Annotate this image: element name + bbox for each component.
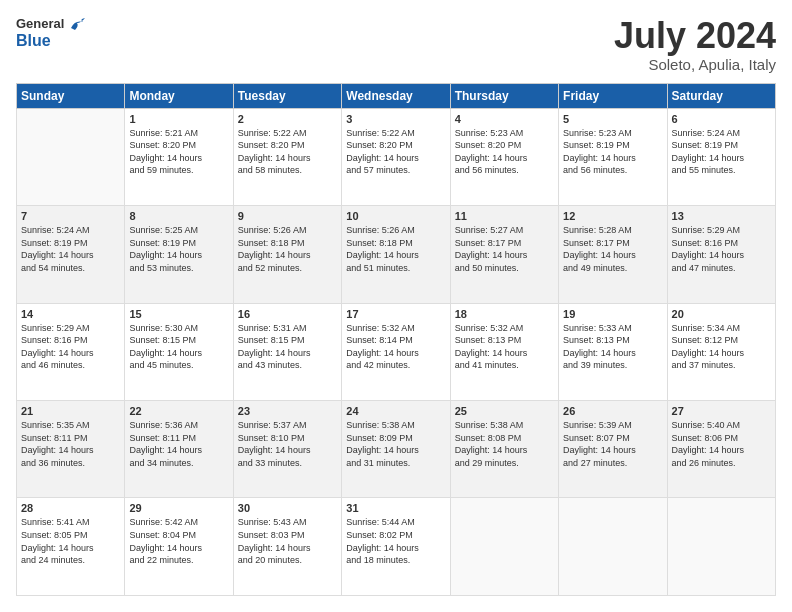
- calendar-cell: 28Sunrise: 5:41 AM Sunset: 8:05 PM Dayli…: [17, 498, 125, 596]
- day-number: 24: [346, 405, 445, 417]
- calendar-cell: 21Sunrise: 5:35 AM Sunset: 8:11 PM Dayli…: [17, 401, 125, 498]
- title-area: July 2024 Soleto, Apulia, Italy: [614, 16, 776, 73]
- calendar-cell: [667, 498, 775, 596]
- day-number: 1: [129, 113, 228, 125]
- day-number: 27: [672, 405, 771, 417]
- day-info: Sunrise: 5:31 AM Sunset: 8:15 PM Dayligh…: [238, 322, 337, 372]
- day-number: 22: [129, 405, 228, 417]
- calendar-cell: 27Sunrise: 5:40 AM Sunset: 8:06 PM Dayli…: [667, 401, 775, 498]
- logo-blue: Blue: [16, 32, 87, 50]
- calendar-cell: 16Sunrise: 5:31 AM Sunset: 8:15 PM Dayli…: [233, 303, 341, 400]
- calendar-cell: 17Sunrise: 5:32 AM Sunset: 8:14 PM Dayli…: [342, 303, 450, 400]
- day-info: Sunrise: 5:34 AM Sunset: 8:12 PM Dayligh…: [672, 322, 771, 372]
- calendar: SundayMondayTuesdayWednesdayThursdayFrid…: [16, 83, 776, 596]
- day-number: 25: [455, 405, 554, 417]
- day-number: 26: [563, 405, 662, 417]
- day-number: 30: [238, 502, 337, 514]
- calendar-cell: 12Sunrise: 5:28 AM Sunset: 8:17 PM Dayli…: [559, 206, 667, 303]
- day-info: Sunrise: 5:27 AM Sunset: 8:17 PM Dayligh…: [455, 224, 554, 274]
- day-info: Sunrise: 5:30 AM Sunset: 8:15 PM Dayligh…: [129, 322, 228, 372]
- calendar-cell: 9Sunrise: 5:26 AM Sunset: 8:18 PM Daylig…: [233, 206, 341, 303]
- day-info: Sunrise: 5:44 AM Sunset: 8:02 PM Dayligh…: [346, 516, 445, 566]
- day-info: Sunrise: 5:24 AM Sunset: 8:19 PM Dayligh…: [672, 127, 771, 177]
- day-info: Sunrise: 5:26 AM Sunset: 8:18 PM Dayligh…: [346, 224, 445, 274]
- day-number: 4: [455, 113, 554, 125]
- weekday-header-thursday: Thursday: [450, 83, 558, 108]
- calendar-cell: 7Sunrise: 5:24 AM Sunset: 8:19 PM Daylig…: [17, 206, 125, 303]
- day-info: Sunrise: 5:32 AM Sunset: 8:14 PM Dayligh…: [346, 322, 445, 372]
- day-info: Sunrise: 5:29 AM Sunset: 8:16 PM Dayligh…: [672, 224, 771, 274]
- month-year: July 2024: [614, 16, 776, 56]
- day-number: 7: [21, 210, 120, 222]
- day-info: Sunrise: 5:24 AM Sunset: 8:19 PM Dayligh…: [21, 224, 120, 274]
- calendar-cell: 8Sunrise: 5:25 AM Sunset: 8:19 PM Daylig…: [125, 206, 233, 303]
- day-info: Sunrise: 5:35 AM Sunset: 8:11 PM Dayligh…: [21, 419, 120, 469]
- calendar-cell: 22Sunrise: 5:36 AM Sunset: 8:11 PM Dayli…: [125, 401, 233, 498]
- day-number: 15: [129, 308, 228, 320]
- calendar-week-row: 14Sunrise: 5:29 AM Sunset: 8:16 PM Dayli…: [17, 303, 776, 400]
- weekday-header-saturday: Saturday: [667, 83, 775, 108]
- logo-bird-icon: [69, 18, 87, 32]
- calendar-week-row: 21Sunrise: 5:35 AM Sunset: 8:11 PM Dayli…: [17, 401, 776, 498]
- day-info: Sunrise: 5:25 AM Sunset: 8:19 PM Dayligh…: [129, 224, 228, 274]
- weekday-header-tuesday: Tuesday: [233, 83, 341, 108]
- day-number: 9: [238, 210, 337, 222]
- calendar-cell: 11Sunrise: 5:27 AM Sunset: 8:17 PM Dayli…: [450, 206, 558, 303]
- day-number: 31: [346, 502, 445, 514]
- day-number: 8: [129, 210, 228, 222]
- calendar-cell: 20Sunrise: 5:34 AM Sunset: 8:12 PM Dayli…: [667, 303, 775, 400]
- calendar-cell: [450, 498, 558, 596]
- calendar-cell: 10Sunrise: 5:26 AM Sunset: 8:18 PM Dayli…: [342, 206, 450, 303]
- calendar-cell: 23Sunrise: 5:37 AM Sunset: 8:10 PM Dayli…: [233, 401, 341, 498]
- calendar-cell: 13Sunrise: 5:29 AM Sunset: 8:16 PM Dayli…: [667, 206, 775, 303]
- day-number: 20: [672, 308, 771, 320]
- logo-general: General: [16, 16, 64, 31]
- day-info: Sunrise: 5:40 AM Sunset: 8:06 PM Dayligh…: [672, 419, 771, 469]
- day-info: Sunrise: 5:21 AM Sunset: 8:20 PM Dayligh…: [129, 127, 228, 177]
- day-number: 6: [672, 113, 771, 125]
- day-number: 16: [238, 308, 337, 320]
- day-info: Sunrise: 5:38 AM Sunset: 8:08 PM Dayligh…: [455, 419, 554, 469]
- calendar-week-row: 28Sunrise: 5:41 AM Sunset: 8:05 PM Dayli…: [17, 498, 776, 596]
- day-number: 13: [672, 210, 771, 222]
- day-info: Sunrise: 5:43 AM Sunset: 8:03 PM Dayligh…: [238, 516, 337, 566]
- calendar-cell: 5Sunrise: 5:23 AM Sunset: 8:19 PM Daylig…: [559, 108, 667, 205]
- day-info: Sunrise: 5:26 AM Sunset: 8:18 PM Dayligh…: [238, 224, 337, 274]
- logo-text: General Blue: [16, 16, 87, 49]
- calendar-cell: 31Sunrise: 5:44 AM Sunset: 8:02 PM Dayli…: [342, 498, 450, 596]
- day-number: 19: [563, 308, 662, 320]
- calendar-cell: 26Sunrise: 5:39 AM Sunset: 8:07 PM Dayli…: [559, 401, 667, 498]
- day-info: Sunrise: 5:39 AM Sunset: 8:07 PM Dayligh…: [563, 419, 662, 469]
- day-number: 5: [563, 113, 662, 125]
- day-number: 23: [238, 405, 337, 417]
- calendar-cell: 4Sunrise: 5:23 AM Sunset: 8:20 PM Daylig…: [450, 108, 558, 205]
- weekday-header-monday: Monday: [125, 83, 233, 108]
- calendar-cell: 14Sunrise: 5:29 AM Sunset: 8:16 PM Dayli…: [17, 303, 125, 400]
- calendar-cell: 1Sunrise: 5:21 AM Sunset: 8:20 PM Daylig…: [125, 108, 233, 205]
- weekday-header-wednesday: Wednesday: [342, 83, 450, 108]
- day-info: Sunrise: 5:32 AM Sunset: 8:13 PM Dayligh…: [455, 322, 554, 372]
- day-info: Sunrise: 5:22 AM Sunset: 8:20 PM Dayligh…: [238, 127, 337, 177]
- day-info: Sunrise: 5:23 AM Sunset: 8:20 PM Dayligh…: [455, 127, 554, 177]
- day-number: 28: [21, 502, 120, 514]
- calendar-cell: 29Sunrise: 5:42 AM Sunset: 8:04 PM Dayli…: [125, 498, 233, 596]
- day-number: 29: [129, 502, 228, 514]
- calendar-cell: 6Sunrise: 5:24 AM Sunset: 8:19 PM Daylig…: [667, 108, 775, 205]
- day-info: Sunrise: 5:37 AM Sunset: 8:10 PM Dayligh…: [238, 419, 337, 469]
- calendar-cell: [559, 498, 667, 596]
- calendar-week-row: 1Sunrise: 5:21 AM Sunset: 8:20 PM Daylig…: [17, 108, 776, 205]
- day-number: 10: [346, 210, 445, 222]
- day-number: 18: [455, 308, 554, 320]
- weekday-header-friday: Friday: [559, 83, 667, 108]
- calendar-cell: [17, 108, 125, 205]
- calendar-header-row: SundayMondayTuesdayWednesdayThursdayFrid…: [17, 83, 776, 108]
- day-info: Sunrise: 5:36 AM Sunset: 8:11 PM Dayligh…: [129, 419, 228, 469]
- day-number: 12: [563, 210, 662, 222]
- day-info: Sunrise: 5:38 AM Sunset: 8:09 PM Dayligh…: [346, 419, 445, 469]
- day-number: 11: [455, 210, 554, 222]
- day-number: 21: [21, 405, 120, 417]
- day-number: 14: [21, 308, 120, 320]
- calendar-cell: 2Sunrise: 5:22 AM Sunset: 8:20 PM Daylig…: [233, 108, 341, 205]
- logo: General Blue: [16, 16, 87, 49]
- calendar-week-row: 7Sunrise: 5:24 AM Sunset: 8:19 PM Daylig…: [17, 206, 776, 303]
